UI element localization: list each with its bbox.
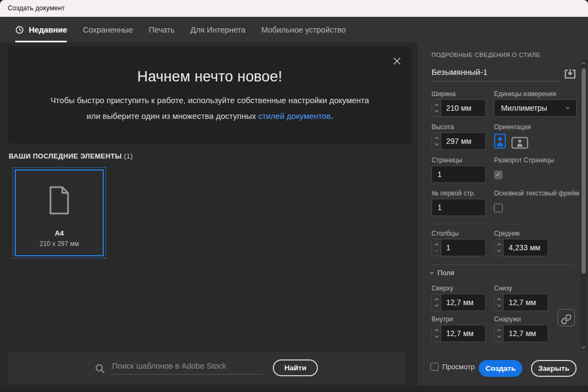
stepper-arrows[interactable]	[432, 239, 441, 256]
height-value[interactable]: 297 мм	[441, 133, 485, 149]
preview-label: Просмотр	[442, 363, 474, 371]
close-button[interactable]: Закрыть	[531, 360, 577, 377]
columns-label: Столбцы	[431, 230, 459, 237]
margin-outside-label: Снаружи	[494, 315, 521, 323]
tab-label: Сохраненные	[83, 26, 133, 34]
stepper-arrows[interactable]	[495, 325, 504, 342]
recent-item-size: 210 x 297 мм	[16, 240, 103, 248]
tab-mobile[interactable]: Мобильное устройство	[261, 17, 346, 42]
start-page-input[interactable]: 1	[431, 199, 486, 216]
search-icon	[95, 363, 105, 374]
preview-checkbox[interactable]: ✓	[430, 363, 439, 371]
tab-label: Для Интернета	[190, 26, 245, 34]
tab-label: Мобильное устройство	[261, 26, 346, 34]
stepper-up-icon[interactable]	[434, 298, 438, 302]
document-styles-link[interactable]: стилей документов	[258, 111, 331, 121]
pages-label: Страницы	[431, 156, 462, 164]
stepper-down-icon[interactable]	[434, 142, 438, 146]
margins-label: Поля	[437, 269, 454, 277]
orientation-landscape-icon[interactable]	[511, 137, 528, 149]
stepper-arrows[interactable]	[432, 100, 441, 116]
gutter-value[interactable]: 4,233 мм	[504, 239, 548, 256]
stepper-down-icon[interactable]	[497, 248, 501, 252]
facing-pages-checkbox[interactable]: ✓	[494, 170, 503, 179]
margin-top-stepper[interactable]: 12,7 мм	[431, 294, 486, 311]
stepper-arrows[interactable]	[495, 294, 504, 311]
stepper-down-icon[interactable]	[497, 334, 501, 338]
tab-bar: Недавние Сохраненные Печать Для Интернет…	[0, 17, 588, 42]
search-input[interactable]	[111, 362, 263, 375]
margin-inside-value[interactable]: 12,7 мм	[441, 325, 485, 342]
tab-web[interactable]: Для Интернета	[190, 17, 245, 42]
tab-recent[interactable]: Недавние	[15, 17, 67, 42]
primary-text-frame-label: Основной текстовый фрейм	[494, 189, 579, 197]
clock-icon	[15, 26, 24, 34]
gutter-label: Средник	[494, 230, 520, 237]
close-icon[interactable]	[393, 55, 405, 67]
stepper-down-icon[interactable]	[434, 334, 438, 338]
margins-section-toggle[interactable]: Поля	[430, 269, 454, 277]
title-bar: Создать документ	[0, 0, 588, 17]
hero-body-suffix: .	[331, 111, 333, 121]
margin-bottom-stepper[interactable]: 12,7 мм	[494, 294, 548, 311]
stock-search-bar: Найти	[8, 352, 405, 384]
width-value[interactable]: 210 мм	[441, 100, 485, 116]
columns-value[interactable]: 1	[441, 239, 485, 256]
tab-print[interactable]: Печать	[149, 17, 175, 42]
stepper-arrows[interactable]	[432, 325, 441, 342]
recent-item-a4[interactable]: A4 210 x 297 мм	[15, 169, 104, 256]
find-button[interactable]: Найти	[273, 359, 317, 376]
orientation-label: Ориентация	[494, 123, 531, 131]
stepper-up-icon[interactable]	[434, 243, 438, 247]
document-name-field[interactable]: Безымянный-1	[431, 65, 561, 81]
stepper-down-icon[interactable]	[497, 303, 501, 307]
hero-banner: Начнем нечто новое! Чтобы быстро приступ…	[8, 47, 412, 143]
units-label: Единицы измерения	[494, 90, 556, 98]
stepper-up-icon[interactable]	[497, 298, 501, 302]
stepper-up-icon[interactable]	[434, 104, 438, 108]
stepper-down-icon[interactable]	[434, 303, 438, 307]
margin-inside-stepper[interactable]: 12,7 мм	[431, 325, 486, 342]
orientation-group	[494, 134, 528, 149]
create-button[interactable]: Создать	[479, 360, 522, 377]
divider	[430, 264, 574, 265]
stepper-down-icon[interactable]	[434, 109, 438, 112]
primary-text-frame-checkbox[interactable]: ✓	[494, 204, 503, 212]
scrollbar[interactable]	[580, 60, 587, 351]
height-stepper[interactable]: 297 мм	[431, 132, 486, 150]
orientation-portrait-icon[interactable]	[494, 134, 506, 149]
width-stepper[interactable]: 210 мм	[431, 99, 486, 117]
panel-header: ПОДРОБНЫЕ СВЕДЕНИЯ О СТИЛЕ	[431, 52, 540, 58]
document-name-value: Безымянный-1	[431, 67, 487, 77]
divider	[430, 224, 574, 224]
scrollbar-thumb[interactable]	[581, 68, 586, 274]
stepper-up-icon[interactable]	[497, 329, 501, 333]
stepper-up-icon[interactable]	[497, 243, 501, 247]
gutter-stepper[interactable]: 4,233 мм	[494, 239, 548, 256]
margin-bottom-value[interactable]: 12,7 мм	[504, 294, 548, 311]
stepper-down-icon[interactable]	[434, 248, 438, 252]
units-value: Миллиметры	[501, 104, 547, 112]
tab-saved[interactable]: Сохраненные	[83, 17, 133, 42]
margin-outside-value[interactable]: 12,7 мм	[504, 325, 548, 342]
units-dropdown[interactable]: Миллиметры	[494, 99, 577, 117]
start-page-value: 1	[437, 203, 442, 212]
stepper-arrows[interactable]	[432, 133, 441, 149]
stepper-arrows[interactable]	[432, 294, 441, 311]
stepper-up-icon[interactable]	[434, 329, 438, 333]
scroll-down-icon[interactable]	[581, 345, 585, 349]
stepper-arrows[interactable]	[495, 239, 504, 256]
chevron-down-icon	[566, 105, 570, 109]
link-margins-icon[interactable]	[558, 309, 575, 326]
margin-top-value[interactable]: 12,7 мм	[441, 294, 485, 311]
style-details-panel: ПОДРОБНЫЕ СВЕДЕНИЯ О СТИЛЕ Безымянный-1 …	[417, 42, 588, 385]
recent-count: (1)	[124, 153, 133, 160]
margin-top-label: Сверху	[431, 284, 453, 292]
save-preset-icon[interactable]	[563, 66, 578, 81]
margin-outside-stepper[interactable]: 12,7 мм	[494, 325, 548, 342]
scroll-up-icon[interactable]	[581, 62, 585, 66]
columns-stepper[interactable]: 1	[431, 239, 486, 256]
pages-input[interactable]: 1	[431, 166, 486, 183]
facing-pages-label: Разворот Страницы	[494, 156, 554, 164]
stepper-up-icon[interactable]	[434, 137, 438, 141]
